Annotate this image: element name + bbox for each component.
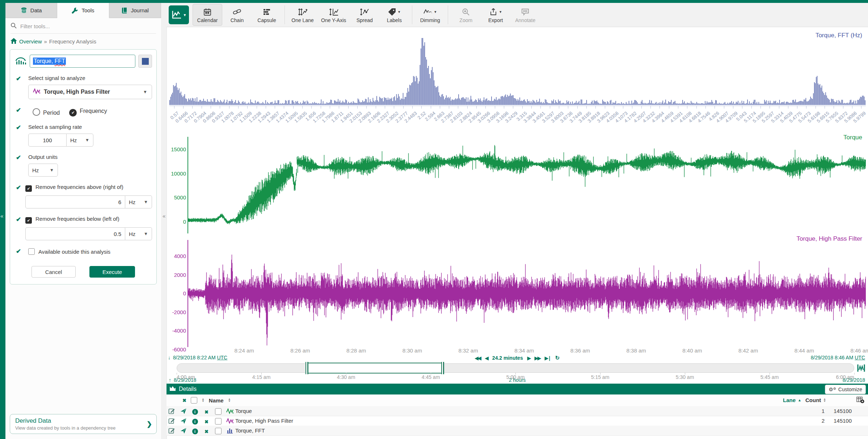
details-row-2[interactable]: i✖Torque, High Pass Filter2145100 [167, 416, 868, 426]
duration-label[interactable]: 24.2 minutes [492, 355, 523, 361]
view-selector-button[interactable]: ▼ [169, 5, 189, 24]
remove-icon[interactable]: ✖ [203, 418, 210, 425]
add-column-icon[interactable] [856, 396, 864, 405]
customize-button[interactable]: ⚙⚙ Customize [825, 385, 866, 394]
start-timezone-link[interactable]: UTC [217, 355, 227, 360]
chain-icon [233, 7, 241, 17]
row-item-name[interactable]: Torque, High Pass Filter [235, 418, 293, 424]
remove-below-checkbox[interactable]: ✔ [25, 217, 32, 224]
send-icon[interactable] [180, 408, 187, 415]
lane-column-header[interactable]: Lane▲ [783, 397, 801, 403]
calendar-button[interactable]: Calendar [193, 4, 222, 26]
fft-axis-tick [403, 106, 404, 109]
labels-button[interactable]: ▼Labels [379, 4, 409, 26]
bars-blue-icon[interactable] [226, 428, 233, 435]
step-to-end-button[interactable]: ▶❘ [545, 355, 551, 361]
step-check-icon: ✔ [14, 216, 25, 240]
frequency-radio[interactable]: ✔Frequency [69, 108, 107, 117]
fft-axis-tick [660, 106, 660, 109]
refresh-icon[interactable]: ↻ [555, 355, 560, 361]
info-icon[interactable]: i [191, 418, 198, 425]
color-swatch-button[interactable] [138, 55, 152, 68]
period-radio[interactable]: Period [33, 108, 60, 116]
end-timezone-link[interactable]: UTC [855, 355, 865, 360]
tab-data[interactable]: Data [5, 3, 57, 18]
dimming-button[interactable]: ▼Dimming [415, 4, 445, 26]
details-row-3[interactable]: i✖Torque, FFT [167, 426, 868, 436]
tab-tools[interactable]: Tools [57, 3, 109, 18]
sampling-unit-select[interactable]: Hz▼ [67, 134, 93, 147]
time-scrubber-selection[interactable] [307, 363, 442, 373]
scrubber-right-handle[interactable] [441, 362, 444, 374]
row-item-name[interactable]: Torque, FFT [235, 427, 265, 434]
remove-icon[interactable]: ✖ [203, 428, 210, 434]
one-y-axis-button[interactable]: One Y-Axis [317, 4, 350, 26]
row-checkbox[interactable] [215, 408, 222, 415]
spread-button[interactable]: Spread [350, 4, 379, 26]
info-icon[interactable]: i [191, 428, 198, 434]
breadcrumb-overview-link[interactable]: Overview [19, 38, 42, 45]
export-button[interactable]: ▼Export [481, 4, 510, 26]
edit-icon[interactable] [168, 417, 175, 425]
one-lane-button[interactable]: One Lane [288, 4, 317, 26]
fft-axis-tick [559, 106, 559, 109]
remove-icon[interactable]: ✖ [203, 409, 210, 415]
fft-bar-chart[interactable] [169, 36, 866, 105]
fft-axis-tick [284, 106, 284, 109]
output-units-select[interactable]: Hz▼ [28, 164, 58, 177]
remove-below-unit-select[interactable]: Hz▼ [125, 227, 152, 240]
step-back-half-button[interactable]: ◀ [485, 355, 488, 361]
display-range-start[interactable]: ↓ 8/29/2018 8:22 AM UTC [168, 355, 227, 360]
edit-icon[interactable] [168, 408, 175, 415]
remove-below-label: Remove frequencies below (left of) [35, 216, 119, 222]
signal-green-icon[interactable] [226, 408, 233, 415]
auto-update-icon[interactable] [856, 363, 866, 374]
torque-line-chart[interactable] [188, 137, 866, 233]
execute-button[interactable]: Execute [89, 266, 135, 278]
cancel-button[interactable]: Cancel [31, 266, 76, 278]
row-item-name[interactable]: Torque [235, 408, 252, 414]
fft-axis-tick [733, 106, 733, 109]
signal-select[interactable]: Torque, High Pass Filter ▼ [28, 85, 152, 99]
count-column-header[interactable]: Count▲▼ [805, 397, 826, 403]
step-forward-full-button[interactable]: ▶▶ [535, 355, 540, 361]
step-back-full-button[interactable]: ◀◀ [475, 355, 481, 361]
time-scrubber-track[interactable] [177, 363, 854, 373]
start-datetime: 8/29/2018 8:22 AM [173, 355, 216, 360]
remove-all-icon[interactable]: ✖ [182, 398, 186, 403]
remove-below-input[interactable] [25, 227, 125, 240]
home-icon[interactable] [10, 38, 17, 45]
signal-purple-icon[interactable] [226, 418, 233, 425]
scrubber-left-handle[interactable] [306, 362, 308, 374]
derived-data-card[interactable]: Derived Data View data created by tools … [10, 414, 157, 434]
available-outside-checkbox[interactable] [28, 248, 35, 255]
chain-button[interactable]: Chain [222, 4, 252, 26]
capsule-button[interactable]: Capsule [252, 4, 282, 26]
remove-above-unit-select[interactable]: Hz▼ [125, 195, 152, 208]
remove-above-checkbox[interactable]: ✔ [25, 185, 32, 192]
tab-journal[interactable]: Journal [109, 3, 161, 18]
tab-label: Tools [81, 7, 94, 13]
sort-icon[interactable]: ▲▼ [228, 398, 231, 402]
collapse-left-icon[interactable]: « [0, 213, 3, 219]
tool-name-input[interactable]: Torque, FFT [30, 55, 135, 68]
row-checkbox[interactable] [215, 428, 222, 434]
send-icon[interactable] [180, 427, 187, 435]
period-label: Period [43, 110, 60, 116]
display-range-end[interactable]: 8/29/2018 8:46 AM UTC [811, 355, 865, 360]
sampling-rate-input[interactable] [28, 134, 67, 147]
collapse-sidebar-icon[interactable]: « [163, 213, 165, 219]
step-forward-half-button[interactable]: ▶ [527, 355, 530, 361]
send-icon[interactable] [180, 418, 187, 425]
remove-above-input[interactable] [25, 195, 125, 208]
row-checkbox[interactable] [215, 418, 222, 425]
filter-tools-input[interactable]: Filter tools... [10, 19, 156, 34]
details-row-1[interactable]: i✖Torque1145100 [167, 406, 868, 416]
sort-icon[interactable]: ▲▼ [202, 398, 205, 402]
info-icon[interactable]: i [191, 408, 198, 415]
name-column-header[interactable]: Name [209, 397, 224, 404]
hpf-line-chart[interactable] [188, 240, 866, 347]
step-check-icon: ✔ [14, 248, 28, 255]
select-all-checkbox[interactable] [191, 397, 197, 404]
edit-icon[interactable] [168, 427, 175, 435]
